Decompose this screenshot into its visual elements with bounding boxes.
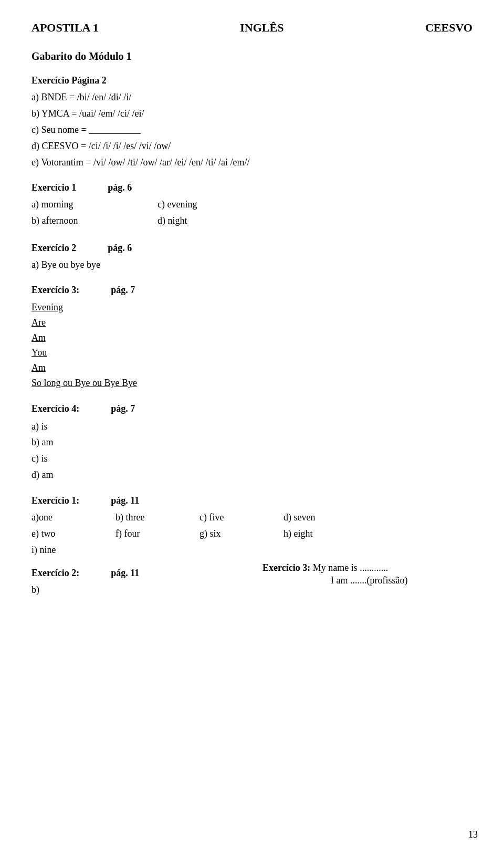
exercicio3-p11-title: Exercício 3: My name is ............	[262, 562, 388, 573]
list-item: a) Bye ou bye bye	[32, 258, 472, 272]
bottom-row: Exercício 2: pág. 11 b) Exercício 3: My …	[32, 562, 472, 599]
list-item: h) eight	[284, 527, 368, 541]
exercicio1-p11-answers: a)one b) three c) five d) seven e) two f…	[32, 510, 472, 557]
exercicio3-p11-text: My name is ............	[313, 562, 388, 573]
exercicio2-p6-header: Exercício 2 pág. 6	[32, 243, 472, 254]
exercicio1-p6-answers: a) morning b) afternoon c) evening d) ni…	[32, 197, 472, 230]
list-item: c) is	[32, 451, 472, 467]
exercicio2-p11-page: pág. 11	[111, 568, 139, 579]
exercicio1-p11-header: Exercício 1: pág. 11	[32, 495, 472, 506]
list-item: c) Seu nome = ___________	[32, 123, 472, 137]
list-item: Are	[32, 315, 472, 330]
list-item: a) is	[32, 419, 472, 435]
list-item: Am	[32, 330, 472, 346]
section-title: Gabarito do Módulo 1	[32, 50, 472, 62]
exercicio3-p7-title: Exercício 3:	[32, 285, 79, 296]
exercicio1-p6-col2: c) evening d) night	[158, 197, 472, 230]
list-item: d) CEESVO = /ci/ /i/ /i/ /es/ /vi/ /ow/	[32, 139, 472, 153]
list-item: a)one	[32, 510, 116, 525]
exercicio1-p11-title: Exercício 1:	[32, 495, 79, 506]
list-item: f) four	[116, 527, 200, 541]
exercicio2-p11-header: Exercício 2: pág. 11	[32, 568, 242, 579]
list-item: c) five	[200, 510, 284, 525]
list-item: a) BNDE = /bi/ /en/ /di/ /i/	[32, 90, 472, 105]
page-header: APOSTILA 1 INGLÊS CEESVO	[32, 21, 472, 35]
exercicio1-p6-title: Exercício 1	[32, 182, 76, 193]
list-item: d) am	[32, 467, 472, 483]
exercicio-pagina2-items: a) BNDE = /bi/ /en/ /di/ /i/ b) YMCA = /…	[32, 90, 472, 170]
exercicio2-p6-answers: a) Bye ou bye bye	[32, 258, 472, 272]
exercicio1-p11-page: pág. 11	[111, 495, 139, 506]
header-right: CEESVO	[425, 21, 472, 35]
header-center: INGLÊS	[240, 21, 284, 35]
exercicio1-p6-page: pág. 6	[108, 182, 132, 193]
list-item: Am	[32, 360, 472, 375]
exercicio1-p6-col1: a) morning b) afternoon	[32, 197, 158, 230]
list-item: b) afternoon	[32, 214, 158, 228]
exercicio2-p11-title: Exercício 2:	[32, 568, 79, 579]
exercicio3-p11-block: Exercício 3: My name is ............ I a…	[242, 562, 472, 599]
list-item: b) am	[32, 434, 472, 451]
exercicio2-p6-page: pág. 6	[108, 243, 132, 254]
exercicio3-p7-header: Exercício 3: pág. 7	[32, 285, 472, 296]
header-left: APOSTILA 1	[32, 21, 99, 35]
list-item: Evening	[32, 300, 472, 315]
list-item: So long ou Bye ou Bye Bye	[32, 375, 472, 391]
list-item: You	[32, 345, 472, 360]
list-item: c) evening	[158, 197, 472, 212]
exercicio4-p7-header: Exercício 4: pág. 7	[32, 403, 472, 414]
exercicio-pagina2-title: Exercício Página 2	[32, 75, 472, 86]
list-item: b) YMCA = /uai/ /em/ /ci/ /ei/	[32, 107, 472, 121]
exercicio4-p7-title: Exercício 4:	[32, 403, 79, 414]
exercicio1-p6-header: Exercício 1 pág. 6	[32, 182, 472, 193]
list-item: a) morning	[32, 197, 158, 212]
list-item: e) two	[32, 527, 116, 541]
list-item: d) seven	[284, 510, 368, 525]
exercicio2-p11-item: b)	[32, 583, 242, 597]
exercicio3-p7-page: pág. 7	[111, 285, 135, 296]
exercicio1-p11-row1: a)one b) three c) five d) seven	[32, 510, 472, 527]
list-item: i) nine	[32, 543, 472, 557]
exercicio2-p6-title: Exercício 2	[32, 243, 76, 254]
exercicio2-p11-block: Exercício 2: pág. 11 b)	[32, 562, 242, 599]
exercicio3-p11-text2: I am .......(profissão)	[262, 573, 472, 588]
list-item: b) three	[116, 510, 200, 525]
exercicio4-p7-answers: a) is b) am c) is d) am	[32, 419, 472, 483]
exercicio3-p7-answers: Evening Are Am You Am So long ou Bye ou …	[32, 300, 472, 391]
page-number: 13	[468, 829, 478, 840]
list-item: g) six	[200, 527, 284, 541]
exercicio1-p11-row2: e) two f) four g) six h) eight	[32, 527, 472, 543]
list-item: e) Votorantim = /vi/ /ow/ /ti/ /ow/ /ar/…	[32, 155, 472, 170]
list-item: d) night	[158, 214, 472, 228]
exercicio4-p7-page: pág. 7	[111, 403, 135, 414]
